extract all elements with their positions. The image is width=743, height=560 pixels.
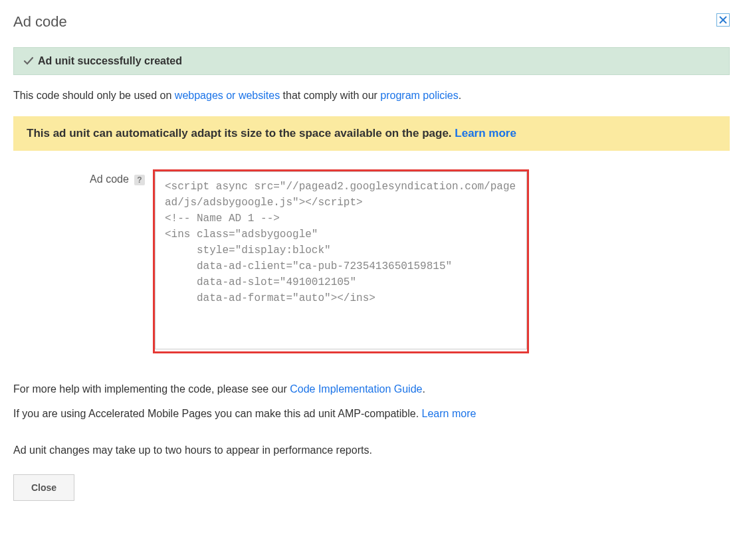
help1-suffix: . bbox=[422, 383, 425, 395]
success-banner: Ad unit successfully created bbox=[13, 47, 730, 75]
implementation-help-text: For more help with implementing the code… bbox=[13, 380, 730, 399]
code-label-column: Ad code ? bbox=[60, 169, 153, 353]
help2-prefix: If you are using Accelerated Mobile Page… bbox=[13, 408, 422, 419]
policy-text: This code should only be used on webpage… bbox=[13, 90, 730, 102]
success-message: Ad unit successfully created bbox=[38, 55, 182, 67]
dialog-header: Ad code bbox=[13, 13, 730, 31]
help-icon[interactable]: ? bbox=[134, 175, 145, 185]
adaptive-text: This ad unit can automatically adapt its… bbox=[27, 127, 455, 140]
ad-code-label: Ad code bbox=[90, 173, 129, 185]
help1-prefix: For more help with implementing the code… bbox=[13, 383, 290, 395]
adaptive-size-banner: This ad unit can automatically adapt its… bbox=[13, 116, 730, 151]
policy-suffix: . bbox=[459, 90, 461, 101]
adaptive-learn-more-link[interactable]: Learn more bbox=[455, 127, 516, 140]
changes-note: Ad unit changes may take up to two hours… bbox=[13, 441, 730, 460]
program-policies-link[interactable]: program policies bbox=[380, 90, 458, 101]
code-box-highlight bbox=[153, 169, 529, 353]
ad-code-textarea[interactable] bbox=[155, 171, 527, 349]
dialog-title: Ad code bbox=[13, 13, 67, 31]
close-button[interactable]: Close bbox=[13, 474, 74, 501]
webpages-link[interactable]: webpages or websites bbox=[175, 90, 280, 101]
ad-code-dialog: Ad code Ad unit successfully created Thi… bbox=[13, 13, 730, 501]
x-icon bbox=[719, 16, 727, 24]
policy-prefix: This code should only be used on bbox=[13, 90, 175, 101]
amp-learn-more-link[interactable]: Learn more bbox=[422, 408, 477, 419]
close-icon[interactable] bbox=[716, 13, 730, 27]
policy-middle: that comply with our bbox=[280, 90, 380, 101]
code-section: Ad code ? bbox=[13, 169, 730, 353]
amp-help-text: If you are using Accelerated Mobile Page… bbox=[13, 405, 730, 424]
check-icon bbox=[23, 56, 34, 66]
code-implementation-guide-link[interactable]: Code Implementation Guide bbox=[290, 383, 422, 395]
